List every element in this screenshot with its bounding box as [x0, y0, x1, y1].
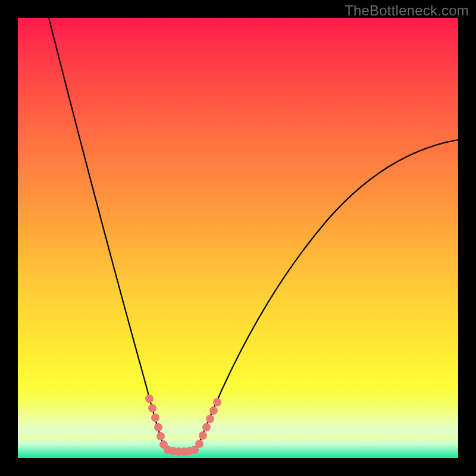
bead-marker [209, 406, 218, 415]
bead-marker [154, 423, 162, 431]
bead-marker [206, 415, 214, 423]
bead-marker [156, 432, 165, 440]
curve-layer [18, 18, 458, 458]
chart-frame: TheBottleneck.com [0, 0, 476, 476]
curve-left-branch [49, 18, 164, 447]
curve-right-branch [198, 140, 458, 447]
beads-right [195, 398, 221, 448]
bead-marker [213, 398, 221, 406]
beads-left [145, 394, 168, 449]
bead-marker [148, 404, 156, 412]
bead-marker [202, 423, 211, 431]
bead-marker [199, 431, 207, 440]
beads-floor [164, 446, 199, 456]
bead-marker [145, 394, 154, 403]
bead-marker [190, 446, 199, 454]
watermark-text: TheBottleneck.com [345, 2, 469, 19]
bead-marker [151, 414, 159, 422]
plot-area [18, 18, 458, 458]
